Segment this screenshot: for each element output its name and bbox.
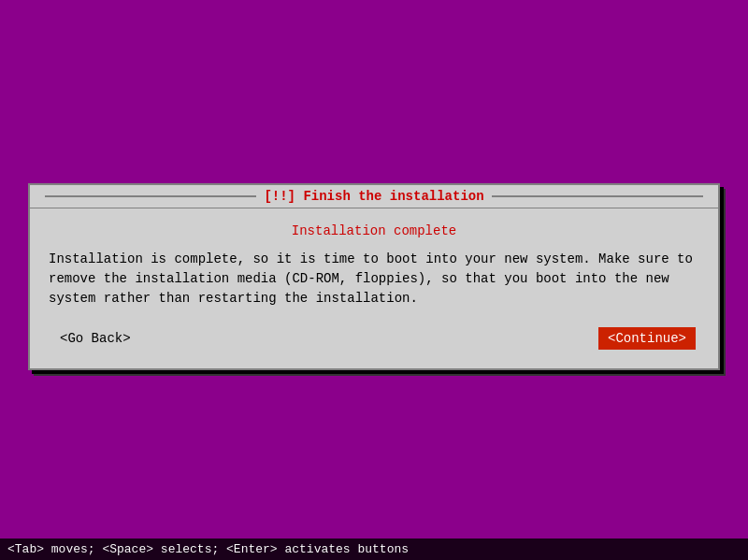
dialog-title: [!!] Finish the installation bbox=[264, 189, 483, 204]
title-bar: [!!] Finish the installation bbox=[30, 185, 718, 208]
description-text: Installation is complete, so it is time … bbox=[49, 250, 699, 309]
dialog-content: Installation complete Installation is co… bbox=[30, 208, 718, 368]
go-back-button[interactable]: <Go Back> bbox=[52, 327, 138, 350]
status-bar: <Tab> moves; <Space> selects; <Enter> ac… bbox=[0, 538, 748, 560]
dialog-box: [!!] Finish the installation Installatio… bbox=[28, 183, 720, 370]
status-message: Installation complete bbox=[49, 223, 699, 238]
status-bar-text: <Tab> moves; <Space> selects; <Enter> ac… bbox=[7, 542, 409, 556]
button-row: <Go Back> <Continue> bbox=[49, 327, 699, 350]
dialog-container: [!!] Finish the installation Installatio… bbox=[28, 183, 720, 370]
continue-button[interactable]: <Continue> bbox=[598, 327, 696, 350]
